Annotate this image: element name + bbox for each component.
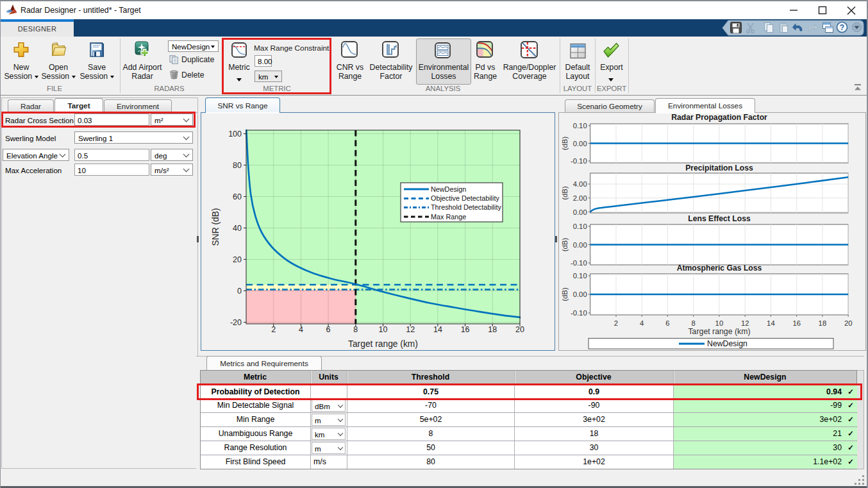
svg-text:Atmospheric Gas Loss: Atmospheric Gas Loss (677, 264, 762, 273)
svg-text:2: 2 (271, 325, 276, 334)
svg-text:20: 20 (844, 319, 853, 327)
svg-text:Precipitation Loss: Precipitation Loss (685, 164, 753, 172)
svg-text:0.00: 0.00 (573, 208, 587, 216)
svg-text:Lens Effect Loss: Lens Effect Loss (688, 214, 751, 223)
svg-text:10: 10 (379, 325, 388, 334)
svg-text:(dB): (dB) (561, 186, 569, 200)
svg-text:Objective Detectability: Objective Detectability (431, 194, 499, 202)
svg-text:0.10: 0.10 (573, 223, 587, 230)
svg-text:80: 80 (233, 161, 242, 170)
svg-text:6: 6 (326, 325, 331, 334)
svg-text:8: 8 (353, 325, 358, 334)
svg-text:-0.10: -0.10 (571, 309, 587, 317)
svg-text:20: 20 (233, 255, 242, 264)
svg-text:Threshold Detectability: Threshold Detectability (431, 203, 501, 211)
svg-text:16: 16 (461, 325, 470, 334)
svg-text:4.00: 4.00 (573, 180, 587, 188)
svg-text:-0.10: -0.10 (571, 157, 587, 165)
svg-text:?: ? (840, 23, 844, 32)
svg-text:40: 40 (233, 224, 242, 233)
svg-text:12: 12 (406, 325, 415, 334)
svg-text:14: 14 (433, 325, 442, 334)
svg-text:Target range (km): Target range (km) (688, 327, 750, 336)
svg-text:Target range (km): Target range (km) (348, 339, 418, 349)
svg-text:8: 8 (692, 319, 696, 327)
svg-text:SNR (dB): SNR (dB) (211, 208, 221, 246)
svg-text:10: 10 (715, 319, 724, 327)
svg-text:2.00: 2.00 (573, 194, 587, 202)
svg-text:Radar Propagation Factor: Radar Propagation Factor (671, 113, 767, 122)
svg-text:-0.10: -0.10 (571, 259, 587, 267)
svg-text:60: 60 (233, 192, 242, 201)
svg-text:18: 18 (488, 325, 497, 334)
svg-text:4: 4 (640, 319, 644, 327)
svg-text:16: 16 (792, 319, 801, 327)
svg-text:0.00: 0.00 (573, 241, 587, 249)
svg-text:0.10: 0.10 (573, 272, 587, 280)
svg-text:(dB): (dB) (561, 287, 569, 301)
svg-text:(dB): (dB) (561, 238, 569, 252)
svg-text:NewDesign: NewDesign (707, 339, 747, 348)
svg-text:(dB): (dB) (561, 137, 569, 151)
svg-text:2: 2 (614, 319, 618, 327)
svg-text:-20: -20 (230, 318, 242, 327)
svg-text:Max Range: Max Range (431, 213, 466, 221)
svg-text:0.00: 0.00 (573, 290, 587, 298)
svg-text:20: 20 (515, 325, 524, 334)
svg-text:0.10: 0.10 (573, 122, 587, 130)
svg-text:14: 14 (767, 319, 775, 327)
svg-text:18: 18 (819, 319, 827, 327)
svg-text:NewDesign: NewDesign (431, 185, 466, 193)
svg-text:100: 100 (228, 130, 242, 139)
svg-text:6: 6 (665, 319, 669, 327)
svg-text:12: 12 (741, 319, 749, 327)
svg-text:0.00: 0.00 (573, 140, 587, 147)
svg-text:4: 4 (299, 325, 303, 334)
svg-text:0: 0 (237, 287, 242, 296)
